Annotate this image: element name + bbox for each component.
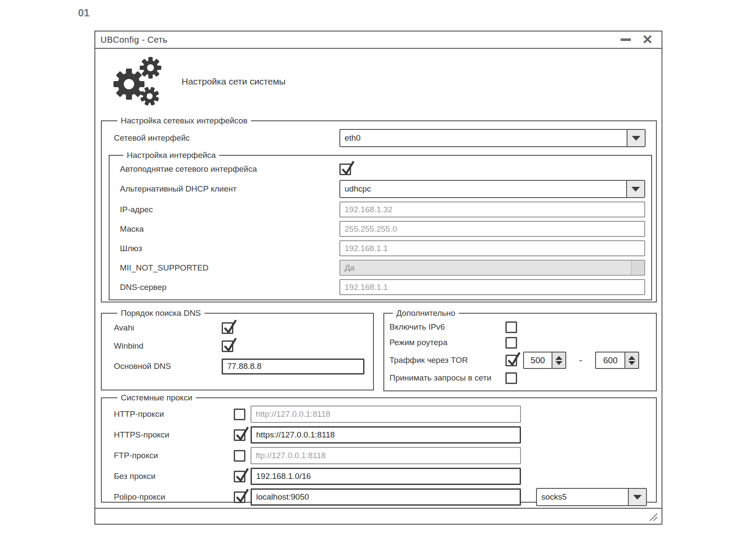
dns-server-label: DNS-сервер xyxy=(120,283,339,292)
figure-number: 01 xyxy=(78,7,90,19)
row-auto-up: Автоподнятие сетевого интерфейса xyxy=(120,163,645,176)
polipo-proxy-input[interactable] xyxy=(251,488,521,506)
dropdown-arrow-icon[interactable] xyxy=(628,489,646,505)
ftp-proxy-checkbox[interactable] xyxy=(234,450,245,462)
no-proxy-input[interactable] xyxy=(251,468,521,485)
router-mode-checkbox[interactable] xyxy=(505,337,517,349)
group-interface-settings-legend: Настройка интерфейса xyxy=(123,151,219,160)
minimize-button[interactable] xyxy=(621,38,631,41)
winbind-checkbox[interactable] xyxy=(222,340,233,352)
group-additional: Дополнительно Включить IPv6 Режим роутер… xyxy=(383,308,657,391)
http-proxy-label: HTTP-прокси xyxy=(114,409,234,419)
page-title: Настройка сети системы xyxy=(182,76,285,87)
tor-traffic-label: Траффик через TOR xyxy=(389,356,505,365)
spinner-arrows-icon[interactable] xyxy=(552,352,565,368)
netmask-input[interactable] xyxy=(339,221,645,237)
middle-groups-row: Порядок поиска DNS Avahi Winbind Основно… xyxy=(101,308,657,391)
dhcp-client-value: udhcpc xyxy=(340,181,626,197)
row-primary-dns: Основной DNS xyxy=(114,358,364,375)
tor-port-to-spinner[interactable]: 600 xyxy=(595,352,639,369)
polipo-scheme-select[interactable]: socks5 xyxy=(536,488,647,506)
row-ipv6: Включить IPv6 xyxy=(389,321,649,334)
row-https-proxy: HTTPS-прокси xyxy=(114,426,646,444)
dns-server-input[interactable] xyxy=(339,279,645,295)
status-bar xyxy=(95,508,662,524)
row-polipo-proxy: Polipo-прокси socks5 xyxy=(114,488,646,506)
https-proxy-label: HTTPS-прокси xyxy=(114,430,234,440)
https-proxy-checkbox[interactable] xyxy=(234,429,245,441)
window-title: UBConfig - Сеть xyxy=(95,35,167,45)
ip-address-label: IP-адрес xyxy=(120,205,339,214)
row-ftp-proxy: FTP-прокси xyxy=(114,447,646,465)
dropdown-arrow-icon[interactable] xyxy=(626,181,644,197)
network-interface-label: Сетевой интерфейс xyxy=(114,133,339,143)
row-avahi: Avahi xyxy=(114,321,364,334)
row-dhcp-client: Альтернативный DHCP клиент udhcpc xyxy=(120,180,645,198)
row-gateway: Шлюз xyxy=(120,240,645,256)
gateway-input[interactable] xyxy=(339,240,645,256)
row-http-proxy: HTTP-прокси xyxy=(114,405,646,423)
ipv6-label: Включить IPv6 xyxy=(389,322,505,332)
resize-grip[interactable] xyxy=(647,510,658,522)
window-controls: ✕ xyxy=(621,33,662,46)
avahi-label: Avahi xyxy=(114,323,222,333)
tor-traffic-checkbox[interactable] xyxy=(505,355,517,366)
primary-dns-label: Основной DNS xyxy=(114,362,222,371)
mii-value: Да xyxy=(340,263,644,273)
row-accept-requests: Принимать запросы в сети xyxy=(389,371,649,384)
ubconfig-window: UBConfig - Сеть ✕ xyxy=(94,31,662,525)
winbind-label: Winbind xyxy=(114,341,222,351)
row-network-interface: Сетевой интерфейс eth0 xyxy=(114,129,646,147)
polipo-proxy-checkbox[interactable] xyxy=(234,491,245,503)
row-dns-server: DNS-сервер xyxy=(120,279,645,295)
row-tor-traffic: Траффик через TOR 500 - 600 xyxy=(389,352,649,369)
group-system-proxies-legend: Системные прокси xyxy=(117,393,196,403)
accept-requests-checkbox[interactable] xyxy=(505,372,517,384)
primary-dns-input[interactable] xyxy=(222,359,364,374)
auto-up-label: Автоподнятие сетевого интерфейса xyxy=(120,164,339,174)
group-network-interfaces: Настройка сетевых интерфейсов Сетевой ин… xyxy=(101,116,657,302)
range-dash: - xyxy=(579,355,582,366)
ftp-proxy-label: FTP-прокси xyxy=(114,451,234,460)
row-router-mode: Режим роутера xyxy=(389,336,649,349)
spinner-arrows-icon[interactable] xyxy=(624,352,638,368)
avahi-checkbox[interactable] xyxy=(222,322,233,334)
no-proxy-label: Без прокси xyxy=(114,472,234,481)
no-proxy-checkbox[interactable] xyxy=(234,471,245,482)
dropdown-arrow-icon[interactable] xyxy=(627,130,645,146)
http-proxy-checkbox[interactable] xyxy=(234,409,245,420)
ftp-proxy-input[interactable] xyxy=(251,447,521,464)
https-proxy-input[interactable] xyxy=(251,426,521,444)
http-proxy-input[interactable] xyxy=(251,406,521,423)
row-mii: MII_NOT_SUPPORTED Да xyxy=(120,260,645,276)
group-dns-order-legend: Порядок поиска DNS xyxy=(117,308,204,318)
mii-disabled-button xyxy=(631,261,644,275)
tor-port-to-value: 600 xyxy=(596,352,624,368)
dhcp-client-select[interactable]: udhcpc xyxy=(339,180,645,198)
gateway-label: Шлюз xyxy=(120,244,339,253)
group-dns-order: Порядок поиска DNS Avahi Winbind Основно… xyxy=(101,308,374,390)
row-winbind: Winbind xyxy=(114,340,364,352)
network-interface-select[interactable]: eth0 xyxy=(339,129,646,147)
polipo-scheme-value: socks5 xyxy=(537,489,628,505)
dhcp-client-label: Альтернативный DHCP клиент xyxy=(120,184,339,194)
close-button[interactable]: ✕ xyxy=(642,33,653,46)
network-interface-value: eth0 xyxy=(340,130,627,146)
group-interface-settings: Настройка интерфейса Автоподнятие сетево… xyxy=(109,151,652,300)
group-additional-legend: Дополнительно xyxy=(393,308,459,318)
ip-address-input[interactable] xyxy=(339,201,645,217)
ipv6-checkbox[interactable] xyxy=(505,321,517,333)
tor-port-from-spinner[interactable]: 500 xyxy=(523,352,566,369)
gears-icon xyxy=(113,57,164,107)
mii-disabled-field: Да xyxy=(339,260,645,276)
polipo-proxy-label: Polipo-прокси xyxy=(114,492,234,502)
auto-up-checkbox[interactable] xyxy=(339,164,351,175)
tor-port-from-value: 500 xyxy=(524,352,552,368)
row-netmask: Маска xyxy=(120,221,645,237)
mii-label: MII_NOT_SUPPORTED xyxy=(120,263,339,273)
row-ip-address: IP-адрес xyxy=(120,201,645,217)
row-no-proxy: Без прокси xyxy=(114,467,646,485)
netmask-label: Маска xyxy=(120,224,339,234)
group-system-proxies: Системные прокси HTTP-прокси HTTPS-прокс… xyxy=(101,393,657,503)
router-mode-label: Режим роутера xyxy=(389,338,505,347)
